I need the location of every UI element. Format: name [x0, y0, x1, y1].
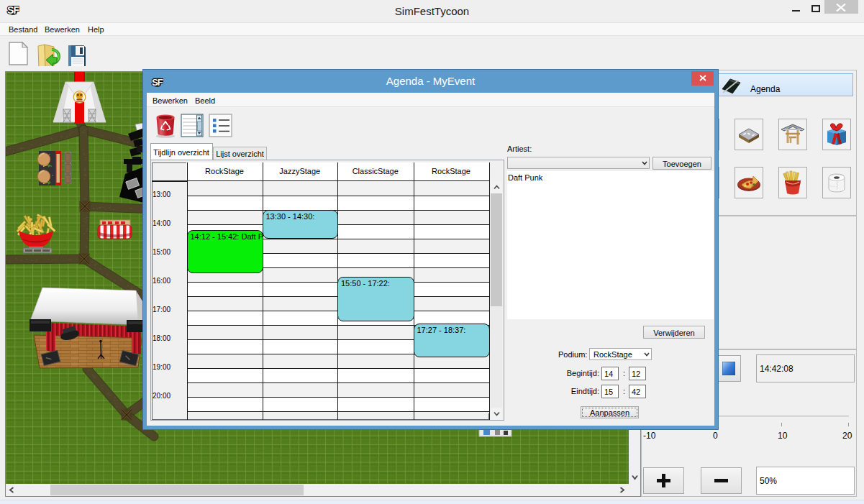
- svg-text:SF: SF: [7, 4, 19, 16]
- svg-text:SF: SF: [152, 77, 163, 88]
